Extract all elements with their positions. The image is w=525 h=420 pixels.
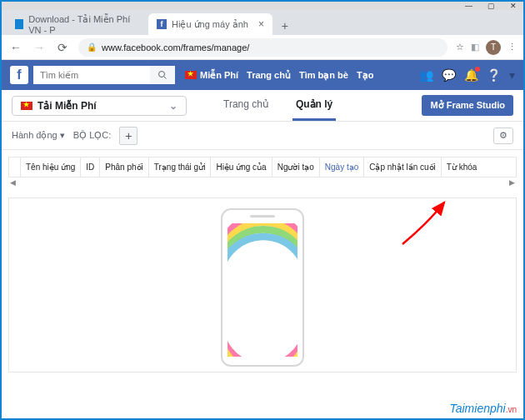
minimize-icon[interactable]: — [465, 2, 472, 10]
maximize-icon[interactable]: ▢ [488, 2, 495, 10]
profile-avatar[interactable]: T [486, 40, 501, 55]
dropdown-icon[interactable]: ▾ [509, 68, 515, 82]
scroll-right-icon[interactable]: ▶ [509, 178, 515, 187]
url-input[interactable]: 🔒 www.facebook.com/frames/manage/ [78, 38, 448, 57]
facebook-logo[interactable]: f [10, 66, 28, 84]
close-icon[interactable]: ✕ [510, 2, 517, 10]
toolbar: Hành động ▾ BỘ LỌC: + ⚙ [2, 122, 523, 150]
nav-mienphi[interactable]: Miễn Phí [185, 70, 238, 81]
sub-header: Tải Miễn Phí ⌄ Trang chủ Quản lý Mở Fram… [2, 90, 523, 122]
search-input[interactable] [33, 66, 150, 84]
tab-download[interactable]: Download - Tải Miễn Phí VN - P [7, 13, 148, 35]
scroll-left-icon[interactable]: ◀ [10, 178, 16, 187]
col-created[interactable]: Ngày tạo [320, 158, 364, 177]
rainbow-frame [228, 223, 298, 357]
col-creator[interactable]: Người tạo [272, 158, 320, 177]
close-tab-icon[interactable]: × [258, 18, 264, 30]
settings-toggle[interactable]: ⚙ [493, 128, 513, 144]
extension-icon[interactable]: ◧ [471, 42, 479, 52]
flag-icon [185, 71, 197, 79]
reload-icon[interactable]: ⟳ [55, 41, 70, 54]
filter-label: BỘ LỌC: [73, 130, 112, 141]
add-filter-button[interactable]: + [119, 127, 138, 145]
help-icon[interactable]: ❔ [487, 68, 501, 82]
action-dropdown[interactable]: Hành động ▾ [12, 130, 65, 141]
nav-find-friends[interactable]: Tìm bạn bè [299, 70, 348, 81]
lock-icon: 🔒 [87, 42, 97, 52]
tab-label: Download - Tải Miễn Phí VN - P [28, 14, 140, 35]
svg-line-1 [164, 77, 167, 79]
col-owner[interactable]: Hiệu ứng của [211, 158, 272, 177]
notifications-icon[interactable]: 🔔 [464, 68, 478, 82]
phone-mockup [221, 208, 304, 367]
site-icon [15, 19, 23, 29]
col-id[interactable]: ID [81, 158, 100, 177]
search-button[interactable] [150, 66, 175, 84]
page-selector[interactable]: Tải Miễn Phí ⌄ [12, 96, 187, 116]
page-name: Tải Miễn Phí [38, 100, 97, 112]
col-dist[interactable]: Phân phối [100, 158, 148, 177]
col-checkbox[interactable] [9, 158, 21, 177]
back-icon[interactable]: ← [8, 41, 23, 54]
new-tab-button[interactable]: + [276, 17, 294, 35]
search-icon [158, 70, 168, 80]
friends-icon[interactable]: 👥 [419, 68, 433, 82]
tab-manage[interactable]: Quản lý [292, 90, 336, 121]
star-icon[interactable]: ☆ [456, 42, 464, 52]
browser-tabs: Download - Tải Miễn Phí VN - P f Hiệu ứn… [2, 10, 523, 35]
messenger-icon[interactable]: 💬 [442, 68, 456, 82]
tab-label: Hiệu ứng máy ảnh [172, 19, 248, 30]
tab-facebook[interactable]: f Hiệu ứng máy ảnh × [148, 13, 272, 35]
window-controls: — ▢ ✕ [2, 2, 523, 10]
col-updated[interactable]: Cập nhật lần cuối [364, 158, 442, 177]
url-text: www.facebook.com/frames/manage/ [102, 42, 249, 52]
col-name[interactable]: Tên hiệu ứng [21, 158, 81, 177]
nav-home[interactable]: Trang chủ [247, 70, 291, 81]
table-header: Tên hiệu ứng ID Phân phối Trạng thái gửi… [8, 157, 517, 178]
facebook-icon: f [157, 19, 167, 29]
frame-preview [8, 198, 517, 372]
open-frame-studio-button[interactable]: Mở Frame Studio [422, 95, 513, 116]
flag-icon [21, 102, 32, 110]
menu-icon[interactable]: ⋮ [508, 42, 517, 52]
tab-home[interactable]: Trang chủ [220, 90, 272, 121]
address-bar: ← → ⟳ 🔒 www.facebook.com/frames/manage/ … [2, 35, 523, 60]
col-status[interactable]: Trạng thái gửi [149, 158, 212, 177]
nav-create[interactable]: Tạo [357, 70, 373, 81]
watermark: Taimienphi.vn [449, 402, 517, 415]
col-keywords[interactable]: Từ khóa [442, 158, 482, 177]
chevron-down-icon: ⌄ [169, 100, 178, 112]
svg-point-0 [159, 72, 165, 78]
nav-label: Miễn Phí [200, 70, 238, 81]
forward-icon: → [32, 41, 47, 54]
table-area: Tên hiệu ứng ID Phân phối Trạng thái gửi… [2, 150, 523, 194]
facebook-header: f Miễn Phí Trang chủ Tìm bạn bè Tạo 👥 💬 … [2, 60, 523, 90]
